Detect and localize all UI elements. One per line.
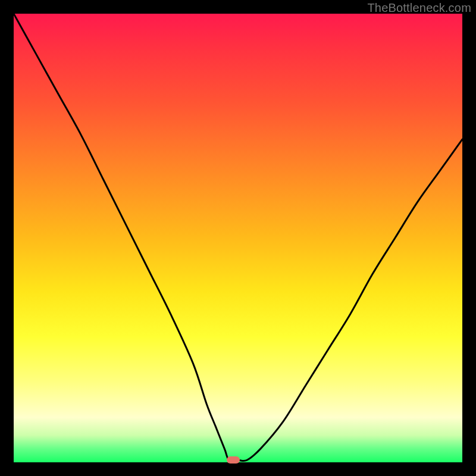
bottleneck-curve bbox=[14, 14, 462, 462]
watermark-text: TheBottleneck.com bbox=[367, 1, 471, 15]
optimal-marker bbox=[227, 456, 240, 464]
plot-area bbox=[14, 14, 462, 462]
chart-frame: TheBottleneck.com bbox=[0, 0, 476, 476]
